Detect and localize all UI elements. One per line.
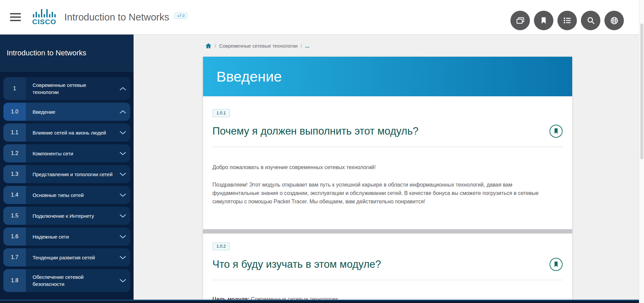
section-label: Тенденции развития сетей — [26, 248, 115, 266]
bottom-bar — [0, 300, 644, 303]
section-number: 1.1 — [3, 123, 26, 142]
paragraph: Добро пожаловать в изучение современных … — [212, 163, 555, 171]
topic-number-badge: 1.0.1 — [212, 109, 230, 117]
course-title: Introduction to Networks — [64, 12, 169, 23]
section-label: Современные сетевые технологии — [26, 77, 115, 100]
sidebar-nav: 1Современные сетевые технологии1.0Введен… — [0, 71, 134, 300]
breadcrumb-more-link[interactable]: ... — [305, 43, 309, 49]
section-number: 1.6 — [3, 228, 26, 246]
chevron-up-icon — [115, 77, 130, 100]
section-label: Основные типы сетей — [26, 186, 115, 204]
topic-1-0-2: 1.0.2 Что я буду изучать в этом модуле? … — [203, 234, 572, 303]
section-number: 1.8 — [3, 269, 26, 292]
app-header: CISCO Introduction to Networks v7.0 — [0, 0, 644, 35]
sidebar-item-1.7[interactable]: 1.7Тенденции развития сетей — [3, 248, 130, 266]
main-content: / Современные сетевые технологии / ... В… — [134, 35, 644, 300]
section-label: Компоненты сети — [26, 144, 115, 162]
section-number: 1.2 — [3, 144, 26, 162]
vertical-scrollbar[interactable] — [639, 0, 644, 303]
heading-divider — [212, 280, 563, 280]
cisco-logo-bars-icon — [33, 9, 56, 17]
sidebar-item-1.0[interactable]: 1.0Введение — [3, 103, 130, 121]
sidebar-course-title: Introduction to Networks — [7, 49, 86, 57]
scrollbar-thumb[interactable] — [640, 23, 643, 159]
section-number: 1.3 — [3, 165, 26, 183]
windows-stack-icon[interactable] — [510, 11, 530, 30]
breadcrumb-separator: / — [301, 43, 302, 49]
chevron-down-icon — [115, 144, 130, 162]
sidebar-item-1.8[interactable]: 1.8Обеспечение сетевой безопасности — [3, 269, 130, 292]
topic-1-0-1: 1.0.1 Почему я должен выполнить этот мод… — [203, 96, 572, 229]
cisco-logo-text: CISCO — [32, 18, 56, 26]
topic-heading: Почему я должен выполнить этот модуль? — [212, 125, 418, 137]
chevron-down-icon — [115, 123, 130, 142]
sidebar-item-1.5[interactable]: 1.5Подключение к Интернету — [3, 207, 130, 225]
chevron-down-icon — [115, 165, 130, 183]
chevron-up-icon — [115, 103, 130, 121]
section-label: Обеспечение сетевой безопасности — [26, 269, 115, 292]
breadcrumb-module[interactable]: Современные сетевые технологии — [219, 43, 298, 49]
section-number: 1 — [3, 77, 26, 100]
bookmark-icon[interactable] — [534, 11, 553, 30]
section-number: 1.7 — [3, 248, 26, 266]
section-divider-bar — [203, 229, 572, 234]
sidebar-item-1.4[interactable]: 1.4Основные типы сетей — [3, 186, 130, 204]
version-badge: v7.0 — [175, 13, 187, 19]
section-label: Введение — [26, 103, 115, 121]
section-number: 1.4 — [3, 186, 26, 204]
section-label: Влияние сетей на жизнь людей — [26, 123, 115, 142]
chevron-down-icon — [115, 228, 130, 246]
section-number: 1.5 — [3, 207, 26, 225]
topic-number-badge: 1.0.2 — [212, 242, 230, 250]
breadcrumb: / Современные сетевые технологии / ... — [203, 35, 572, 49]
globe-icon[interactable] — [604, 11, 624, 30]
sidebar-item-1.1[interactable]: 1.1Влияние сетей на жизнь людей — [3, 123, 130, 142]
sidebar-item-1.6[interactable]: 1.6Надежные сети — [3, 228, 130, 246]
section-label: Представления и топологии сетей — [26, 165, 115, 183]
topic-heading: Что я буду изучать в этом модуле? — [212, 258, 381, 270]
sidebar-item-1[interactable]: 1Современные сетевые технологии — [3, 77, 130, 100]
chevron-down-icon — [115, 248, 130, 266]
breadcrumb-separator: / — [215, 43, 216, 49]
sidebar-item-1.2[interactable]: 1.2Компоненты сети — [3, 144, 130, 162]
banner-title: Введение — [216, 68, 282, 85]
bookmark-topic-button[interactable] — [549, 258, 563, 271]
section-label: Подключение к Интернету — [26, 207, 115, 225]
search-icon[interactable] — [581, 11, 600, 30]
chevron-down-icon — [115, 269, 130, 292]
home-icon[interactable] — [205, 43, 212, 49]
section-label: Надежные сети — [26, 228, 115, 246]
section-banner: Введение — [203, 57, 572, 96]
chevron-down-icon — [115, 186, 130, 204]
hamburger-menu-icon[interactable] — [10, 13, 21, 21]
sidebar-item-1.3[interactable]: 1.3Представления и топологии сетей — [3, 165, 130, 183]
list-icon[interactable] — [557, 11, 577, 30]
sidebar-header: Introduction to Networks — [0, 35, 134, 71]
chevron-down-icon — [115, 207, 130, 225]
cisco-logo: CISCO — [32, 9, 56, 26]
content-card: Введение 1.0.1 Почему я должен выполнить… — [203, 57, 572, 303]
bookmark-topic-button[interactable] — [549, 124, 563, 138]
course-sidebar: Introduction to Networks 1Современные се… — [0, 35, 134, 300]
heading-divider — [212, 147, 563, 147]
paragraph: Поздравляем! Этот модуль открывает вам п… — [212, 181, 555, 206]
header-icons — [510, 11, 624, 30]
section-number: 1.0 — [3, 103, 26, 121]
